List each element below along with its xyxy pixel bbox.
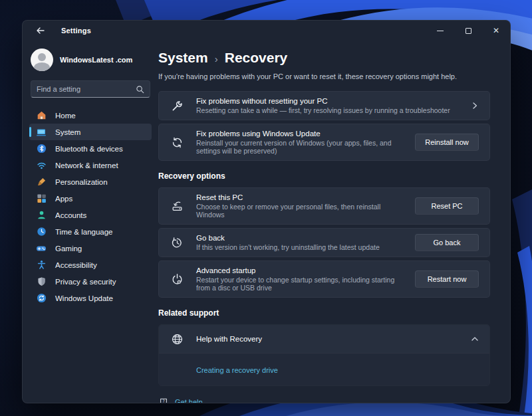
settings-window: Settings ✕ WindowsLatest .com [22,20,511,403]
wrench-icon [170,98,184,113]
apps-icon [36,193,47,204]
user-name: WindowsLatest .com [60,56,132,64]
main-content: System › Recovery If you're having probl… [158,41,510,403]
sidebar-nav: Home System Bluetooth & devices [29,107,152,306]
help-expander-body: Creating a recovery drive [159,353,489,385]
back-button[interactable] [32,24,49,37]
search-box [31,80,150,98]
caption-controls: ✕ [426,21,510,41]
accessibility-icon [36,260,47,270]
footer-links: ? Get help Give feedback [158,397,490,403]
card-description: Resetting can take a while — first, try … [196,106,459,114]
sidebar-item-label: Gaming [55,245,82,253]
card-reset-this-pc: Reset this PC Choose to keep or remove y… [158,187,490,225]
minimize-button[interactable] [426,21,454,41]
sidebar-item-accounts[interactable]: Accounts [29,207,152,223]
gaming-icon [36,243,47,254]
card-description: Choose to keep or remove your personal f… [196,203,403,219]
sidebar-item-accessibility[interactable]: Accessibility [29,257,152,273]
privacy-shield-icon [36,276,47,287]
chevron-right-icon [471,102,479,110]
search-icon [136,85,144,94]
card-title: Fix problems without resetting your PC [196,97,459,105]
window-title: Settings [61,27,91,35]
card-title: Go back [196,234,403,242]
close-button[interactable]: ✕ [482,21,510,41]
sidebar-item-personalization[interactable]: Personalization [29,173,152,190]
sidebar-item-label: Privacy & security [55,278,116,286]
sidebar-item-label: Accounts [55,211,86,219]
time-language-icon [36,227,47,237]
minimize-icon [437,31,444,31]
sidebar-item-label: Bluetooth & devices [55,145,123,153]
sidebar-item-privacy-security[interactable]: Privacy & security [29,273,152,290]
card-description: Reinstall your current version of Window… [196,139,403,155]
avatar [31,49,53,71]
recovery-drive-link[interactable]: Creating a recovery drive [196,366,278,374]
card-description: Restart your device to change startup se… [196,276,403,292]
power-settings-icon [170,272,184,286]
card-description: If this version isn't working, try unins… [196,243,403,251]
home-icon [36,110,47,121]
maximize-button[interactable] [454,21,482,41]
user-account-row[interactable]: WindowsLatest .com [29,45,152,79]
maximize-icon [466,28,471,34]
sidebar-item-label: Apps [55,195,72,203]
page-title: Recovery [225,50,288,66]
sidebar-item-label: Windows Update [55,294,113,302]
expander-title: Help with Recovery [196,335,459,343]
network-wifi-icon [36,160,47,171]
sidebar-item-label: Time & language [55,228,113,236]
footer-link-label: Get help [175,398,203,403]
windows-update-icon [36,293,47,304]
section-heading-recovery-options: Recovery options [158,171,490,181]
search-input[interactable] [37,85,136,93]
restart-now-button[interactable]: Restart now [415,270,479,288]
sidebar-item-label: System [55,128,80,136]
accounts-icon [36,210,47,221]
section-heading-related-support: Related support [158,308,490,318]
go-back-button[interactable]: Go back [415,234,479,251]
personalization-icon [36,177,47,187]
sidebar-item-apps[interactable]: Apps [29,190,152,207]
breadcrumb: System › Recovery [158,50,490,66]
sidebar-item-gaming[interactable]: Gaming [29,240,152,257]
sidebar-item-label: Accessibility [55,261,97,269]
sidebar-item-label: Personalization [55,178,108,186]
reset-pc-button[interactable]: Reset PC [415,197,479,215]
get-help-icon: ? [158,397,168,403]
sidebar-item-label: Home [55,112,76,120]
sidebar: WindowsLatest .com Home [23,41,158,403]
help-expander-header[interactable]: Help with Recovery [159,325,489,353]
bluetooth-icon [36,144,47,154]
reset-pc-icon [170,199,184,213]
sidebar-item-time-language[interactable]: Time & language [29,223,152,240]
breadcrumb-parent[interactable]: System [158,50,208,66]
titlebar: Settings ✕ [23,21,510,41]
sidebar-item-network-internet[interactable]: Network & internet [29,157,152,173]
svg-text:?: ? [162,398,164,403]
sidebar-item-label: Network & internet [55,161,118,169]
card-go-back: Go back If this version isn't working, t… [158,228,490,257]
sync-icon [170,135,184,150]
system-icon [36,127,47,138]
close-icon: ✕ [493,26,499,35]
card-fix-without-reset[interactable]: Fix problems without resetting your PC R… [158,91,490,120]
sidebar-item-system[interactable]: System [29,124,152,140]
globe-icon [170,332,184,346]
card-fix-windows-update: Fix problems using Windows Update Reinst… [158,124,490,161]
breadcrumb-separator-icon: › [215,53,218,64]
page-intro: If you're having problems with your PC o… [158,72,490,80]
back-arrow-icon [36,27,45,35]
chevron-up-icon [471,335,479,343]
sidebar-item-windows-update[interactable]: Windows Update [29,290,152,306]
help-expander: Help with Recovery Creating a recovery d… [158,324,490,386]
history-icon [170,235,184,250]
sidebar-item-home[interactable]: Home [29,107,152,124]
card-advanced-startup: Advanced startup Restart your device to … [158,260,490,298]
card-title: Reset this PC [196,193,403,201]
card-title: Fix problems using Windows Update [196,130,403,138]
sidebar-item-bluetooth-devices[interactable]: Bluetooth & devices [29,140,152,157]
get-help-link[interactable]: ? Get help [158,397,490,403]
reinstall-now-button[interactable]: Reinstall now [415,134,479,151]
